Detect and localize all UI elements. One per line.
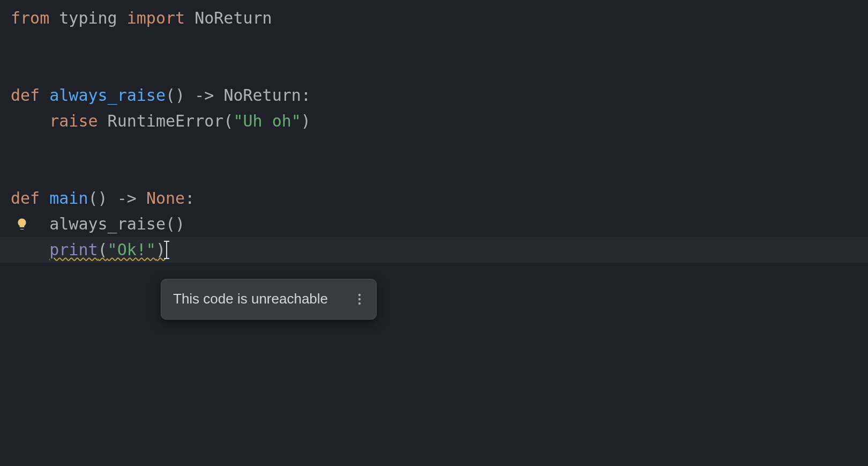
keyword-import: import bbox=[127, 5, 185, 31]
code-line[interactable]: raise RuntimeError("Uh oh") bbox=[0, 108, 868, 134]
code-line-blank[interactable] bbox=[0, 57, 868, 83]
more-vertical-icon[interactable] bbox=[355, 293, 364, 306]
type-name: NoReturn bbox=[194, 5, 272, 31]
return-type-none: None bbox=[146, 186, 185, 211]
diagnostic-tooltip: This code is unreachable bbox=[161, 279, 377, 320]
colon: : bbox=[185, 186, 194, 211]
return-type: NoReturn bbox=[223, 83, 301, 108]
parens: () bbox=[166, 211, 185, 237]
code-line[interactable]: always_raise() bbox=[0, 211, 868, 237]
function-name: always_raise bbox=[49, 83, 166, 108]
parens: () bbox=[88, 186, 108, 211]
code-line[interactable]: from typing import NoReturn bbox=[0, 5, 868, 31]
function-call: always_raise bbox=[49, 211, 166, 237]
colon: : bbox=[301, 83, 311, 108]
string-literal: "Uh oh" bbox=[233, 108, 301, 134]
exception-class: RuntimeError bbox=[108, 108, 224, 134]
warning-squiggle: print("Ok!") bbox=[49, 237, 166, 263]
paren-open: ( bbox=[223, 108, 233, 134]
string-literal: "Ok!" bbox=[108, 240, 156, 259]
svg-point-1 bbox=[358, 298, 361, 300]
paren-close: ) bbox=[301, 108, 311, 134]
tooltip-message: This code is unreachable bbox=[173, 288, 328, 310]
code-line-current[interactable]: print("Ok!") bbox=[0, 237, 868, 263]
code-editor[interactable]: from typing import NoReturn def always_r… bbox=[0, 0, 868, 268]
paren-close: ) bbox=[156, 240, 166, 259]
keyword-def: def bbox=[11, 83, 40, 108]
code-line-blank[interactable] bbox=[0, 160, 868, 186]
svg-point-2 bbox=[358, 302, 361, 305]
code-line[interactable]: def main() -> None: bbox=[0, 186, 868, 211]
code-line-blank[interactable] bbox=[0, 134, 868, 160]
svg-point-0 bbox=[358, 294, 361, 296]
arrow: -> bbox=[108, 186, 146, 211]
arrow: -> bbox=[185, 83, 223, 108]
parens: () bbox=[166, 83, 185, 108]
keyword-from: from bbox=[11, 5, 49, 31]
text-cursor bbox=[166, 241, 167, 259]
builtin-call: print bbox=[49, 240, 98, 259]
keyword-raise: raise bbox=[49, 108, 98, 134]
code-line-blank[interactable] bbox=[0, 31, 868, 57]
code-line[interactable]: def always_raise() -> NoReturn: bbox=[0, 83, 868, 108]
module-name: typing bbox=[59, 5, 117, 31]
paren-open: ( bbox=[98, 240, 108, 259]
